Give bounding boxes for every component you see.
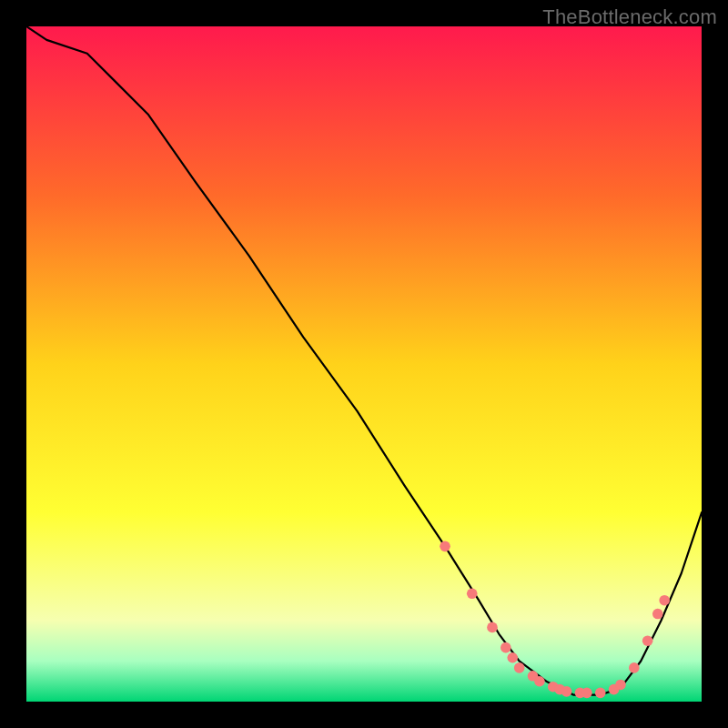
data-marker [487,622,498,633]
data-marker [561,686,572,697]
data-marker [500,642,511,653]
plot-area [26,26,702,702]
data-marker [642,635,653,646]
data-marker [615,680,626,691]
data-marker [440,541,450,552]
data-marker [467,588,478,599]
chart-frame: TheBottleneck.com [0,0,728,728]
chart-svg [26,26,702,702]
data-marker [581,688,592,699]
data-marker [507,652,518,663]
data-marker [659,595,670,606]
data-marker [514,662,525,673]
watermark-text: TheBottleneck.com [542,5,717,29]
data-marker [652,609,663,620]
data-marker [534,676,545,687]
data-marker [595,688,606,699]
data-marker [629,662,640,673]
gradient-background [26,26,702,702]
